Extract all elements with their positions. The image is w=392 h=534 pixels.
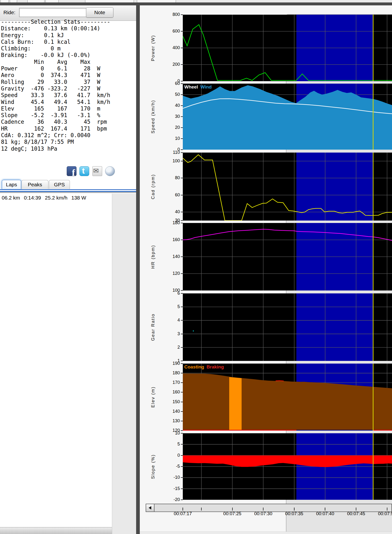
slope-ytick-mark: [181, 500, 183, 500]
charts-layer: Power (W)8006004002000Speed (km/h)605040…: [0, 0, 392, 534]
power-ytick-mark: [181, 31, 183, 32]
cadence-plot[interactable]: [183, 153, 392, 221]
elevation-ytick-label: 150: [156, 399, 180, 405]
speed-legend: WheelWind: [184, 84, 214, 90]
power-plot[interactable]: [183, 15, 392, 81]
elevation-ytick-label: 140: [156, 409, 180, 414]
elevation-axis-label: Elev (m): [150, 364, 156, 431]
elevation-ytick-mark: [181, 373, 183, 373]
cadence-ytick-mark: [181, 212, 183, 212]
x-tick-mark: [387, 508, 387, 511]
x-tick-label: 00:07:35: [278, 511, 310, 516]
slope-axis-label: Slope (%): [150, 433, 156, 500]
gear-ytick-mark: [181, 293, 183, 294]
cadence-ytick-mark: [181, 161, 183, 161]
cadence-ytick-label: 40: [156, 209, 180, 215]
x-tick-mark: [325, 508, 325, 511]
hr-ytick-label: 120: [156, 271, 180, 276]
power-axis-label: Power (W): [150, 15, 156, 81]
power-ytick-label: 800: [156, 12, 180, 17]
gear-ytick-mark: [181, 347, 183, 348]
x-tick-mark: [183, 508, 183, 511]
x-tick-label: 00:07:40: [309, 511, 341, 516]
slope-ytick-label: -5: [156, 464, 180, 469]
elevation-ytick-mark: [181, 402, 183, 402]
x-tick-mark: [263, 508, 263, 511]
elevation-ytick-mark: [181, 411, 183, 412]
power-ytick-mark: [181, 64, 183, 65]
elevation-legend: CoastingBraking: [184, 364, 226, 370]
legend-wheel: Wheel: [184, 84, 198, 89]
elevation-ytick-label: 190: [156, 361, 180, 366]
gear-ytick-mark: [181, 334, 183, 334]
slope-ytick-mark: [181, 477, 183, 478]
slope-ytick-mark: [181, 466, 183, 467]
x-tick-mark: [232, 508, 233, 511]
x-tick-mark: [201, 508, 202, 511]
slope-ytick-label: -20: [156, 497, 180, 502]
cadence-ytick-label: 60: [156, 192, 180, 198]
gear-ytick-label: 6: [156, 291, 180, 296]
legend-braking: Braking: [207, 364, 224, 369]
speed-ytick-label: 10: [156, 136, 180, 141]
gear-ytick-label: 2: [156, 345, 180, 350]
speed-plot[interactable]: [183, 84, 392, 150]
slope-ytick-label: 5: [156, 442, 180, 447]
series-gear-point: [193, 330, 194, 331]
gear-ytick-label: 5: [156, 304, 180, 310]
legend-coasting: Coasting: [184, 364, 204, 369]
gear-ytick-mark: [181, 320, 183, 321]
speed-ytick-label: 30: [156, 114, 180, 119]
elevation-ytick-mark: [181, 382, 183, 383]
speed-ytick-mark: [181, 149, 183, 150]
cadence-ytick-mark: [181, 220, 183, 221]
gear-ytick-label: 3: [156, 331, 180, 337]
power-ytick-mark: [181, 14, 183, 15]
speed-ytick-mark: [181, 105, 183, 106]
x-tick-mark: [356, 508, 356, 511]
elevation-plot[interactable]: [183, 364, 392, 431]
slope-ytick-label: 10: [156, 431, 180, 436]
cadence-ytick-mark: [181, 195, 183, 195]
elevation-ytick-mark: [181, 430, 183, 431]
cadence-ytick-label: 110: [156, 150, 180, 155]
gear-ytick-mark: [181, 361, 183, 361]
cadence-ytick-label: 100: [156, 158, 180, 164]
x-tick-label: 00:07:30: [247, 511, 279, 516]
hr-ytick-label: 160: [156, 237, 180, 243]
slope-ytick-mark: [181, 444, 183, 445]
power-ytick-label: 200: [156, 62, 180, 67]
slope-ytick-label: -15: [156, 486, 180, 491]
slope-plot[interactable]: [183, 433, 392, 500]
cadence-ytick-mark: [181, 178, 183, 178]
elevation-ytick-label: 180: [156, 370, 180, 376]
hr-ytick-mark: [181, 256, 183, 257]
series-braking-mark: [276, 381, 284, 381]
slope-ytick-mark: [181, 489, 183, 489]
hr-plot[interactable]: [183, 223, 392, 290]
speed-ytick-mark: [181, 127, 183, 128]
power-ytick-mark: [181, 48, 183, 48]
speed-axis-label: Speed (km/h): [150, 84, 156, 150]
elevation-ytick-mark: [181, 421, 183, 421]
power-ytick-label: 600: [156, 29, 180, 34]
elevation-ytick-mark: [181, 363, 183, 364]
power-ytick-mark: [181, 81, 183, 81]
gear-ytick-mark: [181, 307, 183, 307]
slope-ytick-label: -10: [156, 475, 180, 480]
elevation-ytick-mark: [181, 392, 183, 392]
hr-ytick-mark: [181, 290, 183, 291]
x-tick-label: 00:07:25: [217, 511, 248, 516]
hr-ytick-label: 180: [156, 220, 180, 226]
speed-ytick-label: 50: [156, 92, 180, 97]
speed-ytick-label: 40: [156, 103, 180, 108]
selection-region: [296, 293, 373, 361]
hr-ytick-label: 140: [156, 254, 180, 259]
gear-plot[interactable]: [183, 293, 392, 361]
cadence-axis-label: Cad (rpm): [150, 153, 156, 221]
speed-ytick-mark: [181, 94, 183, 95]
x-tick-label: 00:07:50: [371, 511, 392, 516]
x-tick-label: 00:07:45: [340, 511, 372, 516]
slope-ytick-mark: [181, 433, 183, 434]
slope-ytick-mark: [181, 455, 183, 456]
